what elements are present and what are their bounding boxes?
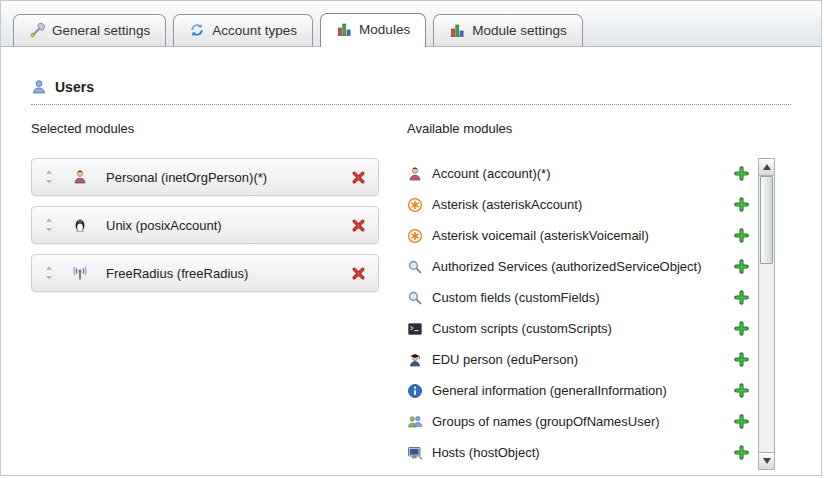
add-module-button[interactable] xyxy=(734,445,749,460)
drag-handle-icon[interactable] xyxy=(44,265,56,281)
users-section-heading: Users xyxy=(31,79,791,105)
magnifier-icon xyxy=(407,259,423,275)
tab-module-settings[interactable]: Module settings xyxy=(433,14,583,46)
available-module-row: Custom fields (customFields) xyxy=(407,282,749,313)
available-module-row: Groups of names (groupOfNamesUser) xyxy=(407,406,749,437)
module-label: FreeRadius (freeRadius) xyxy=(106,266,248,281)
person-icon xyxy=(407,166,423,182)
antenna-icon xyxy=(72,265,88,281)
available-module-row: EDU person (eduPerson) xyxy=(407,344,749,375)
up-arrow-icon xyxy=(763,164,771,170)
add-module-button[interactable] xyxy=(734,290,749,305)
module-label: Asterisk (asteriskAccount) xyxy=(432,197,582,212)
add-module-button[interactable] xyxy=(734,383,749,398)
remove-module-button[interactable] xyxy=(351,266,366,281)
available-modules-column: Available modules Account (account)(*)As… xyxy=(407,121,791,470)
remove-module-button[interactable] xyxy=(351,170,366,185)
available-modules-heading: Available modules xyxy=(407,121,791,136)
lam-configuration-page: General settingsAccount typesModulesModu… xyxy=(0,0,822,476)
available-module-row: Account (account)(*) xyxy=(407,158,749,189)
scroll-down-button[interactable] xyxy=(759,452,774,469)
selected-modules-column: Selected modules Personal (inetOrgPerson… xyxy=(31,121,379,470)
scroll-up-button[interactable] xyxy=(759,159,774,176)
selected-module-row: Personal (inetOrgPerson)(*) xyxy=(31,158,379,196)
module-label: Groups of names (groupOfNamesUser) xyxy=(432,414,660,429)
module-label: Authorized Services (authorizedServiceOb… xyxy=(432,259,702,274)
module-label: EDU person (eduPerson) xyxy=(432,352,578,367)
tab-general-settings[interactable]: General settings xyxy=(13,14,166,46)
available-module-row: Asterisk voicemail (asteriskVoicemail) xyxy=(407,220,749,251)
wrench-icon xyxy=(29,22,45,38)
add-module-button[interactable] xyxy=(734,259,749,274)
tab-modules[interactable]: Modules xyxy=(320,13,426,47)
add-module-button[interactable] xyxy=(734,321,749,336)
module-label: Asterisk voicemail (asteriskVoicemail) xyxy=(432,228,649,243)
penguin-icon xyxy=(72,217,88,233)
tab-label: Module settings xyxy=(472,23,567,38)
host-icon xyxy=(407,445,423,461)
asterisk-icon xyxy=(407,197,423,213)
script-icon xyxy=(407,321,423,337)
available-module-row: Asterisk (asteriskAccount) xyxy=(407,189,749,220)
drag-handle-icon[interactable] xyxy=(44,217,56,233)
module-label: Hosts (hostObject) xyxy=(432,445,540,460)
modules-tab-content: Users Selected modules Personal (inetOrg… xyxy=(1,47,821,470)
add-module-button[interactable] xyxy=(734,228,749,243)
selected-modules-list: Personal (inetOrgPerson)(*)Unix (posixAc… xyxy=(31,158,379,292)
module-label: Account (account)(*) xyxy=(432,166,551,181)
scrollbar[interactable] xyxy=(758,158,775,470)
add-module-button[interactable] xyxy=(734,197,749,212)
available-modules-list: Account (account)(*)Asterisk (asteriskAc… xyxy=(407,158,749,468)
module-label: Unix (posixAccount) xyxy=(106,218,222,233)
person-icon xyxy=(72,169,88,185)
chart-icon xyxy=(336,21,352,37)
module-columns: Selected modules Personal (inetOrgPerson… xyxy=(31,121,791,470)
group-icon xyxy=(407,414,423,430)
asterisk-icon xyxy=(407,228,423,244)
sync-icon xyxy=(189,22,205,38)
down-arrow-icon xyxy=(763,458,771,464)
info-icon xyxy=(407,383,423,399)
chart-icon xyxy=(449,22,465,38)
module-label: Personal (inetOrgPerson)(*) xyxy=(106,170,267,185)
tab-label: Account types xyxy=(212,23,297,38)
tab-bar: General settingsAccount typesModulesModu… xyxy=(1,1,821,47)
module-label: General information (generalInformation) xyxy=(432,383,667,398)
add-module-button[interactable] xyxy=(734,414,749,429)
available-module-row: Authorized Services (authorizedServiceOb… xyxy=(407,251,749,282)
section-title: Users xyxy=(55,79,94,95)
available-module-row: Hosts (hostObject) xyxy=(407,437,749,468)
selected-module-row: FreeRadius (freeRadius) xyxy=(31,254,379,292)
add-module-button[interactable] xyxy=(734,352,749,367)
scroll-thumb[interactable] xyxy=(760,176,773,264)
user-icon xyxy=(31,79,47,95)
selected-module-row: Unix (posixAccount) xyxy=(31,206,379,244)
available-modules-area: Account (account)(*)Asterisk (asteriskAc… xyxy=(407,158,775,470)
magnifier-icon xyxy=(407,290,423,306)
remove-module-button[interactable] xyxy=(351,218,366,233)
add-module-button[interactable] xyxy=(734,166,749,181)
drag-handle-icon[interactable] xyxy=(44,169,56,185)
available-module-row: Custom scripts (customScripts) xyxy=(407,313,749,344)
module-label: Custom scripts (customScripts) xyxy=(432,321,612,336)
tab-label: Modules xyxy=(359,22,410,37)
edu-person-icon xyxy=(407,352,423,368)
tab-account-types[interactable]: Account types xyxy=(173,14,313,46)
tab-label: General settings xyxy=(52,23,150,38)
module-label: Custom fields (customFields) xyxy=(432,290,600,305)
selected-modules-heading: Selected modules xyxy=(31,121,379,136)
available-module-row: General information (generalInformation) xyxy=(407,375,749,406)
